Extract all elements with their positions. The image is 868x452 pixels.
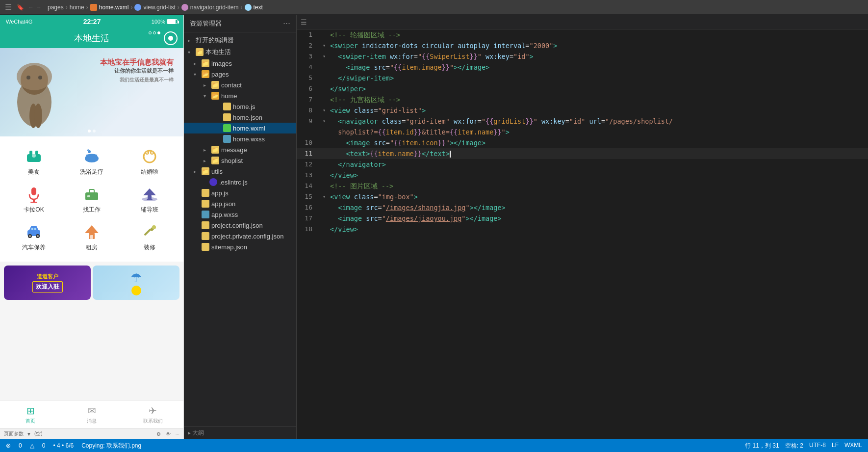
warning-icon: △: [30, 442, 34, 449]
app-json-icon: [202, 200, 209, 208]
record-button[interactable]: [164, 31, 178, 45]
code-line-18: 18 </view>: [297, 224, 868, 235]
grid-item-tutor[interactable]: 辅导班: [130, 184, 169, 214]
grid-row-1: 美食 洗浴足疗: [0, 142, 183, 180]
code-editor[interactable]: 1 <!-- 轮播图区域 --> 2 ▾ <swiper indicator-d…: [297, 29, 868, 439]
code-line-17: 17 <image src="/images/jiaoyou.jpg"></im…: [297, 213, 868, 224]
code-line-8: 8 ▾ <view class="grid-list">: [297, 105, 868, 116]
tree-utils[interactable]: ▸ 📁 utils: [184, 166, 296, 177]
line-num-9: 9: [297, 116, 320, 127]
tree-home-wxss[interactable]: home.wxss: [184, 133, 296, 144]
fold-9[interactable]: ▾: [320, 116, 328, 127]
battery-icon: [167, 19, 178, 24]
breadcrumb-view[interactable]: view.grid-list: [143, 4, 175, 11]
code-content-8: <view class="grid-list">: [328, 105, 868, 116]
tree-message[interactable]: ▸ 📁 message: [184, 144, 296, 155]
banner-purple[interactable]: 道道客户 欢迎入驻: [4, 266, 91, 300]
wedding-icon: [140, 146, 159, 166]
images-folder-icon: 📁: [202, 59, 209, 67]
tree-shoplist[interactable]: ▸ 📁 shoplist: [184, 155, 296, 166]
carrier-label: WeChat4G: [6, 19, 32, 25]
banner-blue[interactable]: ☂: [93, 266, 179, 300]
battery-status: 100%: [152, 19, 178, 25]
grid-item-decor[interactable]: 装修: [130, 222, 169, 252]
grid-item-job[interactable]: 找工作: [72, 184, 111, 214]
tree-sitemap[interactable]: sitemap.json: [184, 241, 296, 252]
settings-icon[interactable]: ⚙: [156, 431, 161, 437]
breadcrumb-home[interactable]: home: [70, 4, 84, 11]
decor-label: 装修: [144, 243, 155, 252]
breadcrumb-wxml[interactable]: home.wxml: [99, 4, 129, 11]
home-arrow: ▾: [204, 93, 209, 99]
fold-8[interactable]: ▾: [320, 105, 328, 116]
more-icon[interactable]: ···: [176, 431, 179, 437]
message-arrow: ▸: [204, 147, 209, 153]
status-bar: ⊗ 0 △ 0 • 4 • 6/6 Copying: 联系我们.png 行 11…: [0, 439, 868, 452]
breadcrumb-text[interactable]: text: [254, 4, 263, 11]
preview-icon[interactable]: 👁: [166, 431, 171, 437]
phone-content[interactable]: 本地宝在手信息我就有 让你的你生活就是不一样 我们生活还是最真不一样: [0, 48, 183, 400]
forward-button[interactable]: →: [36, 4, 42, 11]
project-private-label: project.private.config.json: [211, 233, 283, 240]
tree-root[interactable]: ▾ 📁 本地生活: [184, 46, 296, 58]
grid-item-wedding[interactable]: 结婚啦: [130, 146, 169, 176]
grid-item-bath[interactable]: 洗浴足疗: [72, 146, 111, 176]
code-content-17: <image src="/images/jiaoyou.jpg"></image…: [328, 213, 868, 224]
tree-home-json[interactable]: home.json: [184, 112, 296, 123]
tree-images[interactable]: ▸ 📁 images: [184, 58, 296, 69]
tree-open-editors[interactable]: ▸ 打开的编辑器: [184, 34, 296, 46]
layout-icon[interactable]: ☰: [5, 2, 12, 12]
fold-3[interactable]: ▾: [320, 51, 328, 62]
grid-item-rental[interactable]: 租房: [72, 222, 111, 252]
fold-2[interactable]: ▾: [320, 40, 328, 51]
project-private-icon: [202, 232, 209, 240]
grid-item-car[interactable]: 汽车保养: [14, 222, 53, 252]
dot-1: [149, 31, 152, 34]
phone-header: 本地生活: [0, 28, 183, 48]
breadcrumb-pages[interactable]: pages: [48, 4, 64, 11]
breadcrumb-bar: ☰ 🔖 ← → pages › home › home.wxml › view.…: [0, 0, 868, 15]
job-label: 找工作: [83, 206, 101, 214]
dot-2: [153, 31, 156, 34]
outline-section[interactable]: ▸ 大纲: [184, 426, 296, 439]
breadcrumb-nav[interactable]: navigator.grid-item: [190, 4, 239, 11]
tree-contact[interactable]: ▸ 📁 contact: [184, 80, 296, 90]
nav-contact[interactable]: ✈ 联系我们: [122, 401, 183, 428]
back-button[interactable]: ←: [28, 4, 34, 11]
grid-item-food[interactable]: 美食: [14, 146, 53, 176]
tree-pages[interactable]: ▾ 📂 pages: [184, 69, 296, 80]
svg-point-6: [34, 104, 42, 128]
code-line-14: 14 <!-- 图片区域 -->: [297, 181, 868, 191]
root-label: 本地生活: [205, 48, 231, 56]
tree-eslint[interactable]: .eslintrc.js: [184, 177, 296, 187]
decor-icon: [140, 222, 159, 241]
nav-home[interactable]: ⊞ 首页: [0, 401, 61, 428]
file-panel-more[interactable]: ···: [283, 18, 290, 28]
home-json-label: home.json: [233, 114, 262, 121]
code-line-3: 3 ▾ <swiper-item wx:for="{{SwiperList}}"…: [297, 51, 868, 62]
encoding-info: UTF-8: [809, 442, 826, 450]
svg-point-10: [32, 154, 36, 158]
rental-label: 租房: [86, 243, 98, 252]
file-tree[interactable]: ▸ 打开的编辑器 ▾ 📁 本地生活 ▸ 📁 images ▾ 📂 pages: [184, 32, 296, 426]
code-content-7: <!-- 九宫格区域 -->: [328, 94, 868, 105]
line-num-2: 2: [297, 40, 320, 51]
grid-item-karaoke[interactable]: 卡拉OK: [14, 184, 53, 214]
app-json-label: app.json: [211, 200, 235, 208]
tree-home[interactable]: ▾ 📂 home: [184, 90, 296, 101]
tree-app-wxss[interactable]: app.wxss: [184, 209, 296, 220]
tree-home-js[interactable]: home.js: [184, 101, 296, 112]
bookmark-icon[interactable]: 🔖: [17, 4, 24, 11]
code-line-7: 7 <!-- 九宫格区域 -->: [297, 94, 868, 105]
tree-project-config[interactable]: project.config.json: [184, 220, 296, 231]
open-editors-label: 打开的编辑器: [196, 36, 234, 45]
tree-home-wxml[interactable]: home.wxml: [184, 123, 296, 133]
tree-project-private[interactable]: project.private.config.json: [184, 231, 296, 241]
tree-app-js[interactable]: app.js: [184, 187, 296, 198]
layout-toggle-icon[interactable]: ☰: [301, 18, 307, 26]
fold-15[interactable]: ▾: [320, 191, 328, 202]
tree-app-json[interactable]: app.json: [184, 198, 296, 209]
nav-message[interactable]: ✉ 消息: [61, 401, 123, 428]
code-line-12: 12 </navigator>: [297, 159, 868, 170]
nav-contact-icon: ✈: [149, 405, 157, 417]
